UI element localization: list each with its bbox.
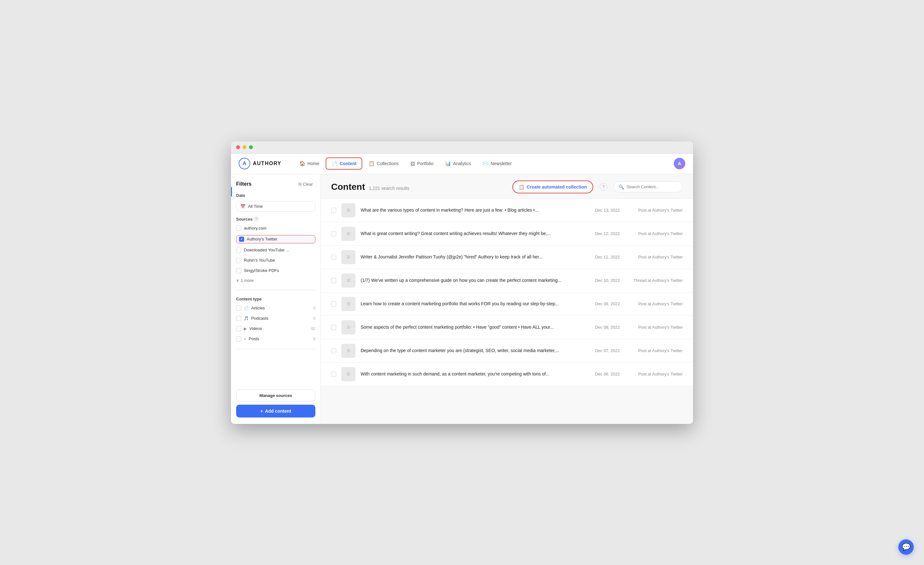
create-collection-button[interactable]: 📋 Create automated collection [512,181,594,193]
table-row[interactable]: ≡ Writer & Journalist Jennifer Pattison … [321,246,693,269]
collections-icon: 📋 [369,160,375,166]
content-source: Post at Authory's Twitter [625,255,683,259]
table-row[interactable]: ≡ Some aspects of the perfect content ma… [321,316,693,339]
type-podcasts-label: Podcasts [251,316,268,321]
table-row[interactable]: ≡ Learn how to create a content marketin… [321,292,693,316]
content-type-label: Content type [236,297,315,301]
row-checkbox[interactable] [331,278,336,283]
logo[interactable]: A AUTHORY [239,158,281,169]
type-podcasts[interactable]: 🎵 Podcasts 0 [236,315,315,322]
source-singyi-checkbox[interactable] [236,268,241,273]
filters-title: Filters [236,181,252,187]
search-box: 🔍 [614,181,683,192]
row-checkbox[interactable] [331,372,336,377]
content-type-section: Content type 📄 Articles 0 🎵 Podcasts 0 ▶ [236,297,315,342]
type-videos[interactable]: ▶ Videos 62 [236,325,315,332]
content-area: Content 1,221 search results 📋 Create au… [321,174,693,424]
help-button[interactable]: ? [600,183,608,191]
table-row[interactable]: ≡ What are the various types of content … [321,199,693,222]
content-text: Depending on the type of content markete… [361,348,583,354]
content-thumbnail: ≡ [341,250,356,264]
type-videos-checkbox[interactable] [236,326,241,331]
content-source: Post at Authory's Twitter [625,231,683,236]
table-row[interactable]: ≡ (1/7) We've written up a comprehensive… [321,269,693,292]
doc-icon: ≡ [346,370,350,378]
source-singyi-label: SingyIStroke PDFs [244,268,279,273]
content-source: Post at Authory's Twitter [625,301,683,306]
videos-count: 62 [311,327,315,331]
app-window: A AUTHORY 🏠 Home 📄 Content 📋 Collections… [231,141,693,424]
type-posts-checkbox[interactable] [236,336,241,342]
sources-help-icon[interactable]: ? [254,217,258,221]
create-collection-label: Create automated collection [527,184,587,189]
content-thumbnail: ≡ [341,227,356,241]
source-rohins-checkbox[interactable] [236,258,241,263]
maximize-button[interactable] [249,145,253,149]
content-text: What is great content writing? Great con… [361,231,583,237]
content-icon: 📄 [332,160,338,166]
search-icon: 🔍 [619,184,624,189]
source-singyi[interactable]: SingyIStroke PDFs [236,267,315,274]
doc-icon: ≡ [346,347,350,354]
date-picker[interactable]: 📅 All Time [236,201,315,211]
source-twitter[interactable]: Authory's Twitter [236,235,315,243]
table-row[interactable]: ≡ What is great content writing? Great c… [321,222,693,246]
type-posts[interactable]: ≡ Posts 0 [236,336,315,342]
close-button[interactable] [236,145,240,149]
nav-home[interactable]: 🏠 Home [294,158,324,169]
content-text: With content marketing in such demand, a… [361,371,583,378]
articles-icon: 📄 [244,306,249,310]
sidebar-bottom: Manage sources + Add content [236,390,315,418]
titlebar [231,141,693,154]
chat-bubble[interactable]: 💬 [898,540,914,555]
content-date: Dec 12, 2022 [588,231,620,236]
content-thumbnail: ≡ [341,320,356,334]
podcasts-count: 0 [313,316,315,321]
row-checkbox[interactable] [331,301,336,307]
doc-icon: ≡ [346,253,350,261]
search-input[interactable] [627,184,678,189]
nav-content[interactable]: 📄 Content [326,157,362,169]
manage-sources-button[interactable]: Manage sources [236,390,315,402]
page-title: Content [331,182,365,192]
nav-collections[interactable]: 📋 Collections [363,158,404,169]
row-checkbox[interactable] [331,255,336,260]
source-rohins-youtube[interactable]: Rohin's YouTube [236,257,315,264]
clear-button[interactable]: ⊟ Clear [296,181,315,188]
content-text: Learn how to create a content marketing … [361,301,583,307]
type-articles[interactable]: 📄 Articles 0 [236,305,315,312]
source-authory[interactable]: authory.com [236,225,315,232]
type-articles-label: Articles [251,306,265,310]
add-content-button[interactable]: + Add content [236,405,315,418]
row-checkbox[interactable] [331,348,336,354]
nav-collections-label: Collections [376,161,399,166]
source-youtube-dl-checkbox[interactable] [236,247,241,253]
row-checkbox[interactable] [331,208,336,213]
content-source: Post at Authory's Twitter [625,208,683,213]
type-podcasts-checkbox[interactable] [236,316,241,321]
nav-analytics[interactable]: 📊 Analytics [440,158,476,169]
portfolio-icon: 🖼 [410,161,415,166]
content-thumbnail: ≡ [341,367,356,381]
row-checkbox[interactable] [331,231,336,236]
source-rohins-label: Rohin's YouTube [244,258,275,262]
more-sources-link[interactable]: ∨ 1 more [236,277,315,283]
source-youtube-dl[interactable]: Downloaded YouTube ... [236,247,315,254]
source-twitter-checkbox[interactable] [239,237,244,242]
nav-content-label: Content [339,161,357,166]
minimize-button[interactable] [243,145,246,149]
filter-icon: ⊟ [298,182,302,186]
type-articles-checkbox[interactable] [236,306,241,311]
table-row[interactable]: ≡ With content marketing in such demand,… [321,363,693,386]
row-checkbox[interactable] [331,325,336,330]
nav-newsletter[interactable]: ✉️ Newsletter [477,158,517,169]
avatar[interactable]: A [674,158,685,169]
content-thumbnail: ≡ [341,274,356,288]
nav-portfolio[interactable]: 🖼 Portfolio [405,159,439,169]
doc-icon: ≡ [346,230,350,237]
source-authory-checkbox[interactable] [236,226,241,231]
table-row[interactable]: ≡ Depending on the type of content marke… [321,339,693,363]
question-icon: ? [603,185,605,189]
content-thumbnail: ≡ [341,203,356,217]
navigation: A AUTHORY 🏠 Home 📄 Content 📋 Collections… [231,154,693,174]
